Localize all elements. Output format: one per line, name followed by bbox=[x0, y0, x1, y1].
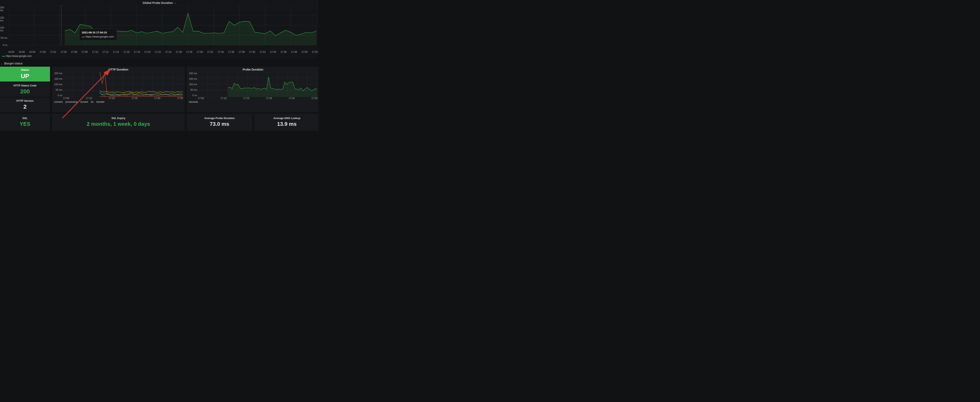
panel-title-global[interactable]: Global Probe Duration ▾ bbox=[0, 0, 318, 5]
chevron-down-icon[interactable]: ▾ bbox=[175, 2, 176, 4]
http-version-card[interactable]: HTTP Version 2 bbox=[0, 98, 50, 112]
legend-item[interactable]: transfer bbox=[96, 100, 105, 103]
stat-label: Average DNS Lookup bbox=[254, 117, 318, 120]
status-card[interactable]: Status UP bbox=[0, 66, 50, 82]
avg-dns-card[interactable]: Average DNS Lookup 13.9 ms bbox=[254, 114, 318, 131]
http-plot[interactable] bbox=[63, 72, 183, 97]
avg-probe-card[interactable]: Average Probe Duration 73.0 ms bbox=[187, 114, 252, 131]
legend-item[interactable]: resolve bbox=[80, 100, 88, 103]
panel-title: HTTP Duration bbox=[54, 68, 183, 72]
http-duration-panel[interactable]: HTTP Duration 200 ms150 ms100 ms50 ms0 n… bbox=[52, 66, 185, 112]
ssl-expiry-card[interactable]: SSL Expiry 2 months, 1 week, 0 days bbox=[52, 114, 185, 131]
tooltip-series: https://www.google.com: bbox=[86, 35, 115, 38]
stat-label: HTTP Status Code bbox=[0, 84, 50, 87]
section-title: $target status bbox=[4, 62, 23, 65]
probe-duration-panel[interactable]: Probe Duration 200 ms150 ms100 ms50 ms0 … bbox=[187, 66, 318, 112]
global-probe-panel: Global Probe Duration ▾ 200 ms150 ms100 … bbox=[0, 0, 318, 59]
legend[interactable]: seconds bbox=[188, 100, 318, 104]
stat-label: SSL Expiry bbox=[52, 117, 185, 120]
stat-value: 13.9 ms bbox=[254, 121, 318, 127]
section-header[interactable]: ⌄ $target status bbox=[0, 60, 318, 66]
y-axis: 200 ms150 ms100 ms50 ms0 ns bbox=[54, 72, 63, 97]
tooltip-timestamp: 2021-09-15 17:04:15 bbox=[82, 30, 115, 35]
x-axis: 17:0017:1017:2017:3017:4017:50 bbox=[188, 97, 318, 100]
hover-tooltip: 2021-09-15 17:04:15 https://www.google.c… bbox=[79, 29, 117, 40]
stat-value: 2 months, 1 week, 0 days bbox=[52, 121, 185, 127]
y-axis: 200 ms150 ms100 ms50 ms0 ns bbox=[0, 5, 8, 50]
legend-item[interactable]: tls bbox=[91, 100, 94, 103]
legend-item[interactable]: connect bbox=[54, 100, 63, 103]
probe-plot[interactable] bbox=[198, 72, 317, 97]
http-status-card[interactable]: HTTP Status Code 200 bbox=[0, 82, 50, 97]
x-axis: 16:5416:5616:5817:0017:0217:0417:0617:08… bbox=[0, 50, 318, 54]
status-label: Status bbox=[0, 68, 50, 71]
stat-value: 2 bbox=[0, 104, 50, 110]
legend-label: https://www.google.com bbox=[6, 55, 32, 57]
ssl-card[interactable]: SSL YES bbox=[0, 114, 50, 131]
chevron-down-icon[interactable]: ⌄ bbox=[1, 63, 2, 65]
stat-label: SSL bbox=[0, 117, 50, 120]
status-value: UP bbox=[0, 73, 50, 79]
global-plot[interactable]: 2021-09-15 17:04:15 https://www.google.c… bbox=[8, 5, 318, 50]
panel-title: Probe Duration bbox=[188, 68, 318, 72]
stat-label: Average Probe Duration bbox=[187, 117, 252, 120]
legend-global[interactable]: https://www.google.com bbox=[0, 54, 318, 59]
legend-item[interactable]: seconds bbox=[189, 100, 198, 103]
stat-value: 200 bbox=[0, 88, 50, 95]
x-axis: 17:0017:1017:2017:3017:4017:50 bbox=[54, 97, 183, 100]
stat-value: YES bbox=[0, 121, 50, 127]
y-axis: 200 ms150 ms100 ms50 ms0 ns bbox=[188, 72, 198, 97]
stat-label: HTTP Version bbox=[0, 99, 50, 102]
panel-title-text: Global Probe Duration bbox=[143, 1, 173, 5]
legend[interactable]: connectprocessingresolvetlstransfer bbox=[54, 100, 183, 104]
stat-value: 73.0 ms bbox=[187, 121, 252, 127]
legend-item[interactable]: processing bbox=[65, 100, 77, 103]
